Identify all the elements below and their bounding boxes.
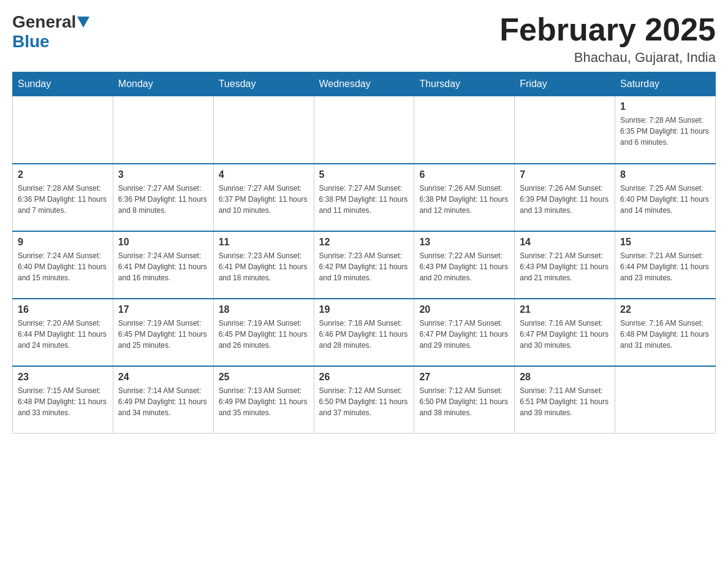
weekday-header-tuesday: Tuesday bbox=[213, 72, 314, 96]
day-number: 10 bbox=[118, 237, 208, 248]
day-cell: 4Sunrise: 7:27 AM Sunset: 6:37 PM Daylig… bbox=[213, 164, 314, 231]
day-number: 8 bbox=[620, 169, 710, 180]
day-cell: 16Sunrise: 7:20 AM Sunset: 6:44 PM Dayli… bbox=[13, 299, 113, 366]
day-number: 19 bbox=[319, 304, 409, 315]
weekday-header-sunday: Sunday bbox=[13, 72, 113, 96]
day-info: Sunrise: 7:27 AM Sunset: 6:37 PM Dayligh… bbox=[219, 183, 309, 216]
weekday-header-row: SundayMondayTuesdayWednesdayThursdayFrid… bbox=[13, 72, 716, 96]
week-row-4: 23Sunrise: 7:15 AM Sunset: 6:48 PM Dayli… bbox=[13, 366, 716, 434]
day-info: Sunrise: 7:26 AM Sunset: 6:38 PM Dayligh… bbox=[419, 183, 509, 216]
day-cell: 5Sunrise: 7:27 AM Sunset: 6:38 PM Daylig… bbox=[314, 164, 414, 231]
day-cell: 22Sunrise: 7:16 AM Sunset: 6:48 PM Dayli… bbox=[615, 299, 716, 366]
day-info: Sunrise: 7:14 AM Sunset: 6:49 PM Dayligh… bbox=[118, 385, 208, 418]
day-cell: 1Sunrise: 7:28 AM Sunset: 6:35 PM Daylig… bbox=[615, 96, 716, 164]
day-info: Sunrise: 7:12 AM Sunset: 6:50 PM Dayligh… bbox=[419, 385, 509, 418]
day-number: 11 bbox=[219, 237, 309, 248]
day-info: Sunrise: 7:28 AM Sunset: 6:35 PM Dayligh… bbox=[620, 115, 710, 148]
title-area: February 2025 Bhachau, Gujarat, India bbox=[499, 12, 716, 66]
day-cell: 14Sunrise: 7:21 AM Sunset: 6:43 PM Dayli… bbox=[515, 231, 615, 299]
day-number: 21 bbox=[520, 304, 610, 315]
day-info: Sunrise: 7:26 AM Sunset: 6:39 PM Dayligh… bbox=[520, 183, 610, 216]
logo: General Blue bbox=[12, 12, 91, 52]
day-number: 12 bbox=[319, 237, 409, 248]
day-cell bbox=[515, 96, 615, 164]
day-number: 4 bbox=[219, 169, 309, 180]
day-cell: 18Sunrise: 7:19 AM Sunset: 6:45 PM Dayli… bbox=[213, 299, 314, 366]
day-info: Sunrise: 7:24 AM Sunset: 6:41 PM Dayligh… bbox=[118, 250, 208, 283]
day-number: 15 bbox=[620, 237, 710, 248]
day-cell bbox=[113, 96, 213, 164]
day-info: Sunrise: 7:16 AM Sunset: 6:47 PM Dayligh… bbox=[520, 318, 610, 351]
day-info: Sunrise: 7:19 AM Sunset: 6:45 PM Dayligh… bbox=[219, 318, 309, 351]
day-number: 14 bbox=[520, 237, 610, 248]
day-info: Sunrise: 7:21 AM Sunset: 6:44 PM Dayligh… bbox=[620, 250, 710, 283]
day-info: Sunrise: 7:11 AM Sunset: 6:51 PM Dayligh… bbox=[520, 385, 610, 418]
weekday-header-monday: Monday bbox=[113, 72, 213, 96]
weekday-header-wednesday: Wednesday bbox=[314, 72, 414, 96]
day-info: Sunrise: 7:13 AM Sunset: 6:49 PM Dayligh… bbox=[219, 385, 309, 418]
logo-triangle-icon bbox=[77, 17, 89, 28]
day-number: 20 bbox=[419, 304, 509, 315]
day-cell: 12Sunrise: 7:23 AM Sunset: 6:42 PM Dayli… bbox=[314, 231, 414, 299]
weekday-header-friday: Friday bbox=[515, 72, 615, 96]
month-title: February 2025 bbox=[499, 12, 716, 47]
day-cell: 6Sunrise: 7:26 AM Sunset: 6:38 PM Daylig… bbox=[414, 164, 515, 231]
day-cell: 24Sunrise: 7:14 AM Sunset: 6:49 PM Dayli… bbox=[113, 366, 213, 434]
day-number: 27 bbox=[419, 372, 509, 383]
day-cell: 21Sunrise: 7:16 AM Sunset: 6:47 PM Dayli… bbox=[515, 299, 615, 366]
day-info: Sunrise: 7:24 AM Sunset: 6:40 PM Dayligh… bbox=[18, 250, 108, 283]
day-cell: 2Sunrise: 7:28 AM Sunset: 6:36 PM Daylig… bbox=[13, 164, 113, 231]
day-info: Sunrise: 7:16 AM Sunset: 6:48 PM Dayligh… bbox=[620, 318, 710, 351]
day-number: 25 bbox=[219, 372, 309, 383]
page-header: General Blue February 2025 Bhachau, Guja… bbox=[12, 12, 716, 66]
location-title: Bhachau, Gujarat, India bbox=[499, 50, 716, 66]
day-info: Sunrise: 7:23 AM Sunset: 6:41 PM Dayligh… bbox=[219, 250, 309, 283]
day-cell: 13Sunrise: 7:22 AM Sunset: 6:43 PM Dayli… bbox=[414, 231, 515, 299]
day-info: Sunrise: 7:15 AM Sunset: 6:48 PM Dayligh… bbox=[18, 385, 108, 418]
day-number: 6 bbox=[419, 169, 509, 180]
day-cell: 11Sunrise: 7:23 AM Sunset: 6:41 PM Dayli… bbox=[213, 231, 314, 299]
logo-general-text: General bbox=[12, 12, 76, 32]
day-cell: 23Sunrise: 7:15 AM Sunset: 6:48 PM Dayli… bbox=[13, 366, 113, 434]
day-number: 17 bbox=[118, 304, 208, 315]
weekday-header-saturday: Saturday bbox=[615, 72, 716, 96]
day-info: Sunrise: 7:12 AM Sunset: 6:50 PM Dayligh… bbox=[319, 385, 409, 418]
day-cell: 28Sunrise: 7:11 AM Sunset: 6:51 PM Dayli… bbox=[515, 366, 615, 434]
day-cell: 10Sunrise: 7:24 AM Sunset: 6:41 PM Dayli… bbox=[113, 231, 213, 299]
day-cell: 20Sunrise: 7:17 AM Sunset: 6:47 PM Dayli… bbox=[414, 299, 515, 366]
day-cell bbox=[13, 96, 113, 164]
day-info: Sunrise: 7:22 AM Sunset: 6:43 PM Dayligh… bbox=[419, 250, 509, 283]
day-info: Sunrise: 7:27 AM Sunset: 6:36 PM Dayligh… bbox=[118, 183, 208, 216]
day-info: Sunrise: 7:19 AM Sunset: 6:45 PM Dayligh… bbox=[118, 318, 208, 351]
day-number: 9 bbox=[18, 237, 108, 248]
day-number: 26 bbox=[319, 372, 409, 383]
week-row-1: 2Sunrise: 7:28 AM Sunset: 6:36 PM Daylig… bbox=[13, 164, 716, 231]
day-info: Sunrise: 7:21 AM Sunset: 6:43 PM Dayligh… bbox=[520, 250, 610, 283]
day-number: 1 bbox=[620, 101, 710, 112]
logo-blue-text: Blue bbox=[12, 32, 50, 51]
day-number: 18 bbox=[219, 304, 309, 315]
day-cell: 26Sunrise: 7:12 AM Sunset: 6:50 PM Dayli… bbox=[314, 366, 414, 434]
day-info: Sunrise: 7:23 AM Sunset: 6:42 PM Dayligh… bbox=[319, 250, 409, 283]
day-number: 3 bbox=[118, 169, 208, 180]
day-number: 22 bbox=[620, 304, 710, 315]
weekday-header-thursday: Thursday bbox=[414, 72, 515, 96]
day-info: Sunrise: 7:20 AM Sunset: 6:44 PM Dayligh… bbox=[18, 318, 108, 351]
day-info: Sunrise: 7:27 AM Sunset: 6:38 PM Dayligh… bbox=[319, 183, 409, 216]
day-cell bbox=[414, 96, 515, 164]
day-info: Sunrise: 7:25 AM Sunset: 6:40 PM Dayligh… bbox=[620, 183, 710, 216]
day-number: 2 bbox=[18, 169, 108, 180]
day-cell bbox=[213, 96, 314, 164]
day-info: Sunrise: 7:28 AM Sunset: 6:36 PM Dayligh… bbox=[18, 183, 108, 216]
day-cell: 7Sunrise: 7:26 AM Sunset: 6:39 PM Daylig… bbox=[515, 164, 615, 231]
day-number: 16 bbox=[18, 304, 108, 315]
day-number: 5 bbox=[319, 169, 409, 180]
day-number: 28 bbox=[520, 372, 610, 383]
day-cell bbox=[314, 96, 414, 164]
day-number: 7 bbox=[520, 169, 610, 180]
day-cell: 9Sunrise: 7:24 AM Sunset: 6:40 PM Daylig… bbox=[13, 231, 113, 299]
day-cell: 15Sunrise: 7:21 AM Sunset: 6:44 PM Dayli… bbox=[615, 231, 716, 299]
day-cell: 25Sunrise: 7:13 AM Sunset: 6:49 PM Dayli… bbox=[213, 366, 314, 434]
week-row-0: 1Sunrise: 7:28 AM Sunset: 6:35 PM Daylig… bbox=[13, 96, 716, 164]
day-info: Sunrise: 7:18 AM Sunset: 6:46 PM Dayligh… bbox=[319, 318, 409, 351]
